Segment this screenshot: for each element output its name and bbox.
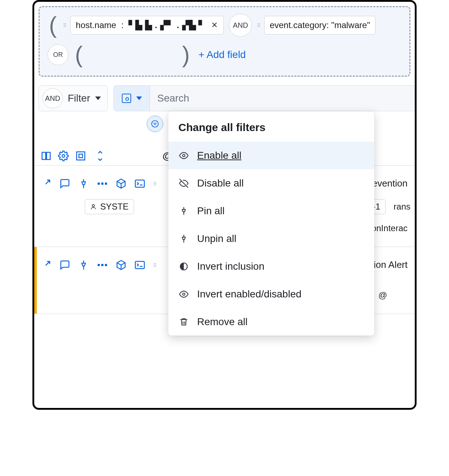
text-fragment: rans xyxy=(391,202,413,212)
svg-point-0 xyxy=(152,121,158,127)
chevron-down-icon xyxy=(95,96,101,100)
close-icon[interactable]: ✕ xyxy=(210,21,218,30)
query-group-1: ( host.name : ▘▙ ▙ . ▞▘ . ▞▙ ▘ ✕ AND eve… xyxy=(48,14,401,37)
open-paren-icon: ( xyxy=(74,43,84,66)
sort-icon[interactable] xyxy=(95,151,106,161)
svg-rect-8 xyxy=(79,154,83,158)
user-tag[interactable]: SYSTE xyxy=(85,199,134,214)
chevron-down-icon xyxy=(136,96,142,100)
drag-handle-icon[interactable] xyxy=(63,23,67,27)
menu-item-invert-inclusion[interactable]: Invert inclusion xyxy=(168,252,374,280)
gear-icon[interactable] xyxy=(58,151,69,161)
pill-value-redacted: ▘▙ ▙ . ▞▘ . ▞▙ ▘ xyxy=(129,20,205,30)
eye-icon xyxy=(178,289,189,300)
eye-icon xyxy=(178,150,189,161)
filter-options-button[interactable] xyxy=(147,116,163,132)
filter-label: Filter xyxy=(68,93,90,104)
at-symbol: @ xyxy=(376,290,389,300)
search-toolbar: AND Filter Search xyxy=(39,85,415,111)
svg-rect-4 xyxy=(42,152,46,160)
filter-pill-eventcategory[interactable]: event.category: "malware" xyxy=(264,16,375,35)
svg-point-6 xyxy=(62,154,65,157)
more-icon[interactable] xyxy=(97,178,108,189)
comment-icon[interactable] xyxy=(59,260,70,270)
menu-item-label: Pin all xyxy=(197,205,224,217)
svg-rect-7 xyxy=(77,152,85,160)
svg-point-3 xyxy=(183,293,185,296)
expand-icon[interactable] xyxy=(41,260,52,270)
comment-icon[interactable] xyxy=(59,178,70,189)
filter-dropdown[interactable]: AND Filter xyxy=(39,85,108,111)
pin-icon[interactable] xyxy=(78,260,89,270)
save-icon xyxy=(122,94,131,103)
menu-item-pin-all[interactable]: Pin all xyxy=(168,197,374,225)
svg-point-10 xyxy=(92,205,94,207)
menu-item-unpin-all[interactable]: Unpin all xyxy=(168,225,374,252)
more-icon[interactable] xyxy=(97,260,108,270)
search-input[interactable]: Search xyxy=(150,86,415,111)
query-builder: ( host.name : ▘▙ ▙ . ▞▘ . ▞▙ ▘ ✕ AND eve… xyxy=(39,6,410,77)
svg-rect-9 xyxy=(135,180,145,187)
menu-item-disable-all[interactable]: Disable all xyxy=(168,169,374,197)
operator-and[interactable]: AND xyxy=(229,14,252,37)
terminal-icon[interactable] xyxy=(134,178,145,189)
open-paren-icon: ( xyxy=(48,14,58,37)
close-paren-icon: ) xyxy=(181,43,191,66)
terminal-icon[interactable] xyxy=(134,260,145,270)
pin-icon xyxy=(178,233,189,244)
pill-field: host.name xyxy=(76,20,116,30)
trash-icon xyxy=(178,316,189,327)
operator-or[interactable]: OR xyxy=(48,44,68,65)
half-circle-icon xyxy=(178,261,189,272)
cube-icon[interactable] xyxy=(116,178,126,189)
search-bar: Search xyxy=(114,85,415,111)
svg-point-1 xyxy=(183,154,185,157)
operator-and: AND xyxy=(43,88,63,108)
add-field-button[interactable]: + Add field xyxy=(196,49,246,60)
drag-handle-icon[interactable] xyxy=(153,182,157,185)
row-accent-bar xyxy=(34,247,37,314)
svg-rect-5 xyxy=(46,152,50,160)
cube-icon[interactable] xyxy=(116,260,126,270)
menu-item-label: Enable all xyxy=(197,150,241,161)
pin-icon[interactable] xyxy=(78,178,89,189)
filter-pill-hostname[interactable]: host.name : ▘▙ ▙ . ▞▘ . ▞▙ ▘ ✕ xyxy=(70,16,224,35)
svg-rect-11 xyxy=(135,261,145,269)
fullscreen-icon[interactable] xyxy=(75,151,86,161)
pill-full: event.category: "malware" xyxy=(270,20,370,30)
drag-handle-icon[interactable] xyxy=(257,23,261,27)
popover-title: Change all filters xyxy=(168,111,374,142)
save-query-button[interactable] xyxy=(114,86,150,111)
menu-item-label: Remove all xyxy=(197,316,248,328)
change-filters-popover: Change all filters Enable allDisable all… xyxy=(168,111,374,336)
menu-item-enable-all[interactable]: Enable all xyxy=(168,142,374,169)
columns-icon[interactable] xyxy=(41,151,52,161)
menu-item-remove-all[interactable]: Remove all xyxy=(168,308,374,336)
expand-icon[interactable] xyxy=(41,178,52,189)
menu-item-label: Disable all xyxy=(197,178,244,189)
drag-handle-icon[interactable] xyxy=(153,263,157,267)
query-group-2: OR ( ) + Add field xyxy=(48,43,401,66)
menu-item-invert-enabled-disabled[interactable]: Invert enabled/disabled xyxy=(168,280,374,308)
menu-item-label: Invert enabled/disabled xyxy=(197,288,302,300)
menu-item-label: Invert inclusion xyxy=(197,261,264,272)
menu-item-label: Unpin all xyxy=(197,233,236,244)
pin-icon xyxy=(178,206,189,216)
eye-off-icon xyxy=(178,178,189,189)
